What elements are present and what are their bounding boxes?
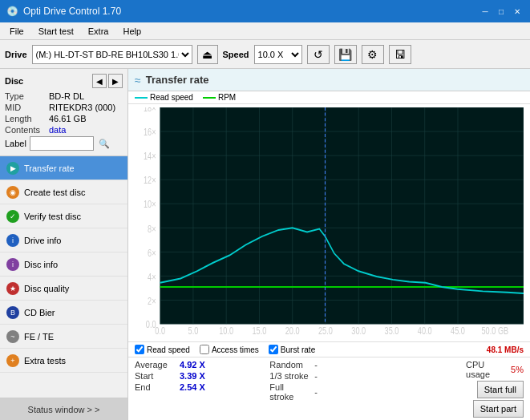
start-full-button[interactable]: Start full <box>477 381 524 398</box>
stat-one-third-row: 1/3 stroke - <box>269 371 388 381</box>
app-title: Opti Drive Control 1.70 <box>23 6 121 17</box>
chart-legend: Read speed RPM <box>128 91 530 104</box>
stat-col-right: CPU usage 5% Start full Start part <box>405 360 524 418</box>
nav-disc-quality-label: Disc quality <box>24 284 69 293</box>
svg-rect-0 <box>160 107 524 324</box>
disc-contents-label: Contents <box>5 125 49 135</box>
start-label: Start <box>135 371 175 381</box>
stat-full-stroke-row: Full stroke - <box>269 382 388 402</box>
disc-type-label: Type <box>5 91 49 101</box>
burst-rate-display: 48.1 MB/s <box>487 345 524 354</box>
disc-length-row: Length 46.61 GB <box>5 114 123 123</box>
svg-text:8×: 8× <box>148 223 156 233</box>
svg-text:6×: 6× <box>148 247 156 257</box>
disc-icon-btn-2[interactable]: ▶ <box>108 74 123 88</box>
menu-help[interactable]: Help <box>116 25 148 38</box>
disc-mid-label: MID <box>5 103 49 112</box>
svg-text:45.0: 45.0 <box>451 325 465 336</box>
legend-rpm: RPM <box>203 93 236 102</box>
access-times-checkbox[interactable] <box>200 345 209 354</box>
nav-drive-info-label: Drive info <box>24 236 61 245</box>
eject-button[interactable]: ⏏ <box>197 45 218 64</box>
burst-rate-checkbox[interactable] <box>269 345 278 354</box>
disc-label-icon[interactable]: 🔍 <box>97 136 111 151</box>
nav-create-test-disc[interactable]: ◉ Create test disc <box>0 180 127 204</box>
disk-button[interactable]: 💾 <box>334 45 357 64</box>
nav-drive-info[interactable]: i Drive info <box>0 228 127 252</box>
menu-start-test[interactable]: Start test <box>32 25 80 38</box>
access-times-checkbox-text: Access times <box>212 345 259 354</box>
read-speed-checkbox[interactable] <box>135 345 144 354</box>
refresh-button[interactable]: ↺ <box>307 45 330 64</box>
chart-icon: ≈ <box>135 74 141 87</box>
speed-select[interactable]: 10.0 X <box>254 45 302 64</box>
title-bar-controls[interactable]: ─ □ ✕ <box>479 5 524 18</box>
minimize-button[interactable]: ─ <box>479 5 492 18</box>
svg-text:12×: 12× <box>144 175 156 185</box>
nav-verify-test-disc[interactable]: ✓ Verify test disc <box>0 204 127 228</box>
stat-col-mid: Random - 1/3 stroke - Full stroke - <box>269 360 388 418</box>
menu-extra[interactable]: Extra <box>82 25 115 38</box>
cpu-label: CPU usage <box>466 360 506 379</box>
svg-text:25.0: 25.0 <box>318 325 333 336</box>
nav-transfer-rate-label: Transfer rate <box>24 164 75 173</box>
nav-extra-tests-label: Extra tests <box>24 356 66 365</box>
disc-label-input[interactable] <box>30 136 94 151</box>
right-panel: ≈ Transfer rate Read speed RPM <box>128 69 530 420</box>
access-times-checkbox-label[interactable]: Access times <box>200 345 259 354</box>
svg-text:10.0: 10.0 <box>219 325 233 336</box>
menu-file[interactable]: File <box>3 25 30 38</box>
cpu-value: 5% <box>511 365 524 374</box>
disc-length-label: Length <box>5 114 49 123</box>
close-button[interactable]: ✕ <box>511 5 524 18</box>
maximize-button[interactable]: □ <box>495 5 508 18</box>
burst-rate-checkbox-label[interactable]: Burst rate <box>269 345 315 354</box>
chart-title: Transfer rate <box>146 74 209 86</box>
create-test-disc-icon: ◉ <box>6 186 19 199</box>
burst-rate-checkbox-text: Burst rate <box>281 345 315 354</box>
svg-text:4×: 4× <box>148 271 156 281</box>
nav-transfer-rate[interactable]: ▶ Transfer rate <box>0 156 127 180</box>
menu-bar: File Start test Extra Help <box>0 22 530 40</box>
legend-read-speed: Read speed <box>135 93 193 102</box>
disc-info-rows: Type BD-R DL MID RITEKDR3 (000) Length 4… <box>5 91 123 151</box>
nav-cd-bier[interactable]: B CD Bier <box>0 301 127 325</box>
full-stroke-value: - <box>314 387 318 397</box>
read-speed-checkbox-text: Read speed <box>147 345 190 354</box>
app-icon: 💿 <box>6 6 18 17</box>
nav-cd-bier-label: CD Bier <box>24 308 55 317</box>
disc-icon-btn-1[interactable]: ◀ <box>92 74 107 88</box>
nav-extra-tests[interactable]: + Extra tests <box>0 349 127 373</box>
drive-select[interactable]: (M:) HL-DT-ST BD-RE BH10LS30 1.02 <box>32 45 192 64</box>
title-bar: 💿 Opti Drive Control 1.70 ─ □ ✕ <box>0 0 530 22</box>
settings-button[interactable]: ⚙ <box>362 45 384 64</box>
nav-create-test-disc-label: Create test disc <box>24 188 85 197</box>
save-button[interactable]: 🖫 <box>389 45 411 64</box>
stat-average-row: Average 4.92 X <box>135 360 253 370</box>
disc-label-row: Label 🔍 <box>5 136 123 151</box>
disc-section-title: Disc <box>5 76 23 86</box>
title-bar-left: 💿 Opti Drive Control 1.70 <box>6 6 121 17</box>
end-value: 2.54 X <box>180 382 212 392</box>
disc-contents-value[interactable]: data <box>49 125 66 135</box>
start-part-button[interactable]: Start part <box>473 400 524 418</box>
burst-rate-value: 48.1 MB/s <box>487 345 524 354</box>
main-content: Disc ◀ ▶ Type BD-R DL MID RITEKDR3 (000)… <box>0 69 530 420</box>
read-speed-checkbox-label[interactable]: Read speed <box>135 345 190 354</box>
nav-disc-info-label: Disc info <box>24 260 58 269</box>
random-value: - <box>314 360 318 370</box>
disc-icons: ◀ ▶ <box>92 74 123 88</box>
svg-text:10×: 10× <box>144 199 156 209</box>
disc-mid-value: RITEKDR3 (000) <box>49 103 115 112</box>
transfer-rate-chart: 18× 16× 14× 12× 10× 8× 6× 4× 2× 0.0 0.0 … <box>131 107 524 340</box>
status-window-button[interactable]: Status window > > <box>0 398 127 420</box>
svg-text:40.0: 40.0 <box>418 325 432 336</box>
svg-text:30.0: 30.0 <box>351 325 366 336</box>
stat-random-row: Random - <box>269 360 388 370</box>
nav-disc-quality[interactable]: ★ Disc quality <box>0 277 127 301</box>
verify-test-disc-icon: ✓ <box>6 210 19 223</box>
nav-disc-info[interactable]: i Disc info <box>0 252 127 277</box>
nav-fe-te[interactable]: ~ FE / TE <box>0 325 127 349</box>
full-stroke-label: Full stroke <box>269 382 310 402</box>
stat-col-left: Average 4.92 X Start 3.39 X End 2.54 X <box>135 360 253 418</box>
